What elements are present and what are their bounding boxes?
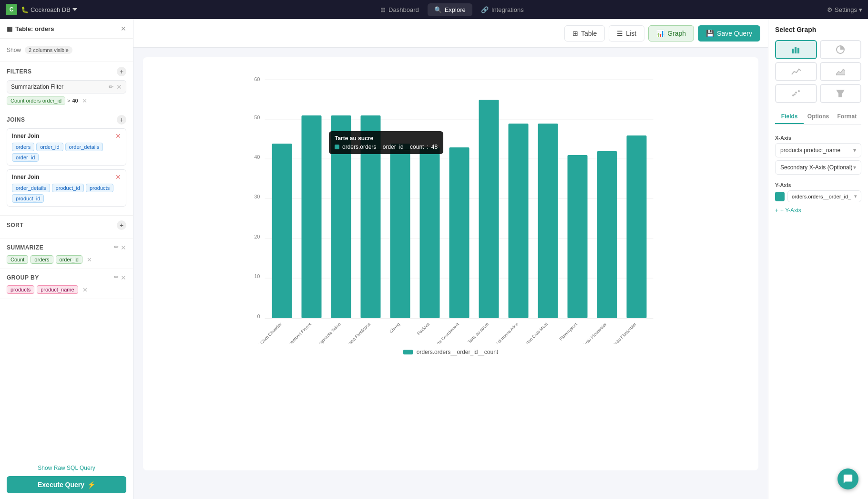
pie-chart-icon	[836, 45, 845, 54]
summarize-table: orders	[31, 255, 53, 264]
nav-explore[interactable]: 🔍 Explore	[428, 3, 472, 16]
graph-view-button[interactable]: 📊 Graph	[648, 25, 694, 42]
join-item-1: Inner Join ✕ orders order_id order_detai…	[7, 128, 126, 166]
chart-area: 60 50 40 30 20 10 0	[133, 48, 768, 499]
nav-dashboard[interactable]: ⊞ Dashboard	[374, 3, 426, 16]
groupby-table: products	[7, 285, 34, 294]
filter-label: Summarization Filter	[11, 83, 106, 90]
integrations-icon: 🔗	[481, 6, 489, 13]
lightning-icon: ⚡	[87, 481, 95, 489]
chat-icon	[843, 474, 853, 484]
tab-fields[interactable]: Fields	[775, 110, 804, 124]
join-tag: orders	[12, 143, 34, 151]
settings-chevron: ▾	[859, 6, 862, 13]
join-tag: order_id	[12, 153, 39, 162]
chevron-down-icon	[72, 7, 77, 12]
nav-integrations[interactable]: 🔗 Integrations	[474, 3, 531, 16]
svg-rect-26	[627, 135, 647, 318]
svg-rect-41	[795, 47, 797, 53]
xaxis-select[interactable]: products.product_name ▾	[775, 143, 861, 157]
list-view-button[interactable]: ☰ List	[609, 25, 644, 42]
svg-text:Flotemysost: Flotemysost	[559, 322, 579, 342]
app-logo: C	[6, 4, 17, 15]
table-header: ▦ Table: orders ✕	[0, 19, 133, 39]
db-selector[interactable]: 🐛 Cockroach DB	[21, 6, 77, 13]
summarize-remove-icon[interactable]: ✕	[121, 244, 126, 251]
groupby-remove-icon[interactable]: ✕	[121, 274, 126, 281]
svg-rect-42	[797, 48, 799, 53]
show-section: Show 2 columns visible	[0, 39, 133, 62]
graph-type-bar[interactable]	[775, 40, 817, 59]
chat-button[interactable]	[837, 468, 858, 489]
join-remove-icon-1[interactable]: ✕	[115, 132, 121, 140]
filter-edit-icon[interactable]: ✏	[109, 83, 113, 90]
yaxis-select[interactable]: orders.orders__order_id_ ▾	[787, 190, 861, 202]
chart-legend: orders.orders__order_id__count	[153, 349, 749, 355]
explore-icon: 🔍	[434, 6, 442, 13]
list-icon: ☰	[617, 30, 623, 37]
join-tag: order_id	[36, 143, 63, 151]
sidebar: ▦ Table: orders ✕ Show 2 columns visible…	[0, 19, 133, 499]
table-close-icon[interactable]: ✕	[121, 25, 126, 32]
groupby-title: Group By	[7, 274, 39, 281]
svg-rect-18	[390, 144, 410, 318]
save-query-button[interactable]: 💾 Save Query	[698, 25, 760, 42]
add-sort-button[interactable]: +	[117, 220, 126, 230]
svg-marker-48	[836, 90, 845, 97]
tab-options[interactable]: Options	[804, 110, 832, 124]
table-icon: ▦	[7, 25, 12, 32]
graph-type-scatter[interactable]	[775, 84, 817, 103]
secondary-xaxis-select[interactable]: Secondary X-Axis (Optional) ▾	[775, 160, 861, 175]
graph-type-line[interactable]	[775, 62, 817, 81]
tab-format[interactable]: Format	[833, 110, 861, 124]
svg-rect-40	[792, 49, 794, 53]
svg-text:0: 0	[257, 313, 260, 319]
svg-rect-21	[479, 100, 499, 318]
svg-text:Guaraná Fantástica: Guaraná Fantástica	[341, 322, 371, 343]
funnel-chart-icon	[836, 89, 845, 98]
xaxis-arrow-icon: ▾	[853, 147, 856, 154]
svg-text:40: 40	[254, 154, 260, 160]
svg-text:Raclette Courdavault: Raclette Courdavault	[428, 322, 460, 343]
summarize-edit-icon[interactable]: ✏	[114, 244, 119, 251]
dashboard-icon: ⊞	[380, 6, 386, 13]
graph-type-pie[interactable]	[820, 40, 862, 59]
groupby-edit-icon[interactable]: ✏	[114, 274, 119, 281]
svg-text:Rhönbräu Klosterbier: Rhönbräu Klosterbier	[605, 322, 637, 343]
topnav-center: ⊞ Dashboard 🔍 Explore 🔗 Integrations	[81, 3, 823, 16]
svg-text:Gnocchi di nonna Alice: Gnocchi di nonna Alice	[485, 322, 519, 343]
add-join-button[interactable]: +	[117, 115, 126, 125]
groupby-field: product_name	[37, 285, 78, 294]
join-remove-icon-2[interactable]: ✕	[115, 173, 121, 181]
area-chart-icon	[836, 67, 845, 76]
join-tag: products	[86, 184, 113, 192]
svg-rect-24	[568, 155, 588, 318]
join-tag: product_id	[12, 194, 44, 203]
sort-title: Sort	[7, 222, 23, 229]
svg-text:10: 10	[254, 273, 260, 279]
add-filter-button[interactable]: +	[117, 67, 126, 76]
show-raw-sql-link[interactable]: Show Raw SQL Query	[7, 465, 126, 471]
join-type-1: Inner Join	[12, 133, 39, 139]
columns-visible-badge[interactable]: 2 columns visible	[25, 46, 72, 54]
settings-button[interactable]: ⚙ Settings ▾	[827, 6, 862, 13]
groupby-field-remove[interactable]: ✕	[82, 286, 88, 293]
table-view-button[interactable]: ⊞ Table	[564, 25, 605, 42]
add-yaxis-button[interactable]: + + Y-Axis	[775, 205, 861, 216]
filter-chip-summarization: Summarization Filter ✏ ✕	[7, 80, 126, 94]
topnav: C 🐛 Cockroach DB ⊞ Dashboard 🔍 Explore 🔗…	[0, 0, 868, 19]
db-icon: 🐛	[21, 6, 29, 13]
graph-type-area[interactable]	[820, 62, 862, 81]
graph-type-funnel[interactable]	[820, 84, 862, 103]
filter-remove-icon[interactable]: ✕	[116, 83, 122, 91]
execute-query-button[interactable]: Execute Query ⚡	[7, 476, 126, 493]
filters-section: Filters + Summarization Filter ✏ ✕ Count…	[0, 62, 133, 110]
svg-rect-16	[331, 115, 351, 318]
svg-rect-15	[302, 115, 322, 318]
bar-chart: 60 50 40 30 20 10 0	[153, 67, 749, 343]
condition-remove-icon[interactable]: ✕	[82, 97, 87, 104]
show-label: Show	[7, 47, 21, 53]
summarize-field-remove[interactable]: ✕	[87, 256, 92, 263]
plus-icon: +	[775, 207, 778, 214]
toolbar: ⊞ Table ☰ List 📊 Graph 💾 Save Query	[133, 19, 768, 48]
